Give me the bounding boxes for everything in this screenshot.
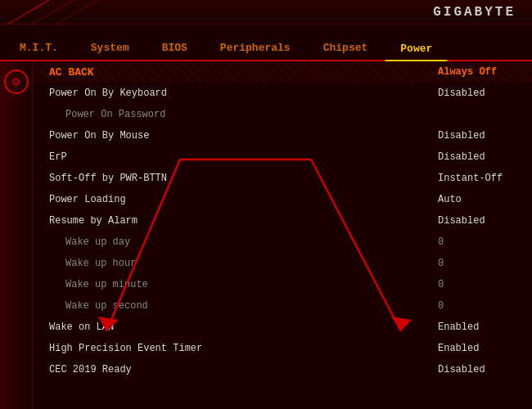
settings-row[interactable]: Wake up second0 bbox=[33, 295, 532, 317]
setting-value: Disabled bbox=[438, 130, 520, 142]
setting-value: Disabled bbox=[438, 215, 520, 227]
nav-bar: M.I.T. System BIOS Peripherals Chipset P… bbox=[0, 25, 532, 61]
settings-row[interactable]: CEC 2019 ReadyDisabled bbox=[33, 359, 532, 380]
gear-icon: ⚙ bbox=[4, 70, 29, 94]
setting-name: Wake up day bbox=[49, 236, 130, 248]
setting-name: High Precision Event Timer bbox=[49, 343, 202, 354]
tab-chipset[interactable]: Chipset bbox=[308, 36, 384, 60]
setting-value: 0 bbox=[438, 279, 520, 290]
setting-value: Disabled bbox=[438, 88, 520, 99]
tab-bios[interactable]: BIOS bbox=[147, 36, 203, 60]
tab-system[interactable]: System bbox=[75, 36, 145, 60]
settings-row[interactable]: Power On By MouseDisabled bbox=[33, 125, 532, 146]
setting-name: Wake up minute bbox=[49, 279, 148, 290]
setting-name: Power On Password bbox=[49, 109, 165, 120]
settings-row[interactable]: Resume by AlarmDisabled bbox=[33, 210, 532, 231]
settings-row[interactable]: AC BACKAlways Off bbox=[33, 61, 532, 83]
setting-value: Enabled bbox=[438, 343, 520, 354]
tab-power[interactable]: Power bbox=[385, 37, 448, 61]
setting-name: Power On By Mouse bbox=[49, 130, 149, 142]
setting-value: Auto bbox=[438, 194, 520, 205]
settings-row[interactable]: Wake on LANEnabled bbox=[33, 317, 532, 338]
settings-table: AC BACKAlways OffPower On By KeyboardDis… bbox=[33, 61, 532, 380]
setting-value: 0 bbox=[438, 236, 520, 248]
setting-value: 0 bbox=[438, 300, 520, 312]
setting-name: ErP bbox=[49, 151, 67, 163]
setting-value: Always Off bbox=[438, 66, 520, 78]
settings-row[interactable]: Power On By KeyboardDisabled bbox=[33, 83, 532, 104]
setting-name: AC BACK bbox=[49, 66, 94, 79]
setting-name: Power Loading bbox=[49, 194, 126, 205]
settings-row[interactable]: Soft-Off by PWR-BTTNInstant-Off bbox=[33, 168, 532, 189]
setting-name: Resume by Alarm bbox=[49, 215, 138, 227]
settings-row[interactable]: Wake up minute0 bbox=[33, 274, 532, 295]
setting-name: Wake on LAN bbox=[49, 321, 114, 333]
setting-name: Wake up second bbox=[49, 300, 148, 312]
setting-name: Soft-Off by PWR-BTTN bbox=[49, 173, 167, 184]
setting-value: Disabled bbox=[438, 364, 520, 375]
tab-mit[interactable]: M.I.T. bbox=[4, 36, 74, 60]
settings-panel: AC BACKAlways OffPower On By KeyboardDis… bbox=[33, 61, 532, 409]
sidebar: ⚙ bbox=[0, 61, 33, 409]
settings-row[interactable]: Power LoadingAuto bbox=[33, 189, 532, 210]
setting-name: CEC 2019 Ready bbox=[49, 364, 132, 375]
setting-name: Wake up hour bbox=[49, 258, 136, 269]
settings-row[interactable]: Wake up day0 bbox=[33, 231, 532, 253]
settings-row[interactable]: Power On Password bbox=[33, 104, 532, 125]
settings-row[interactable]: High Precision Event TimerEnabled bbox=[33, 338, 532, 359]
settings-row[interactable]: Wake up hour0 bbox=[33, 253, 532, 274]
settings-row[interactable]: ErPDisabled bbox=[33, 146, 532, 168]
setting-name: Power On By Keyboard bbox=[49, 88, 167, 99]
setting-value: Enabled bbox=[438, 321, 520, 333]
setting-value: Disabled bbox=[438, 151, 520, 163]
header: GIGABYTE bbox=[0, 0, 532, 25]
setting-value: 0 bbox=[438, 258, 520, 269]
tab-peripherals[interactable]: Peripherals bbox=[205, 36, 306, 60]
setting-value: Instant-Off bbox=[438, 173, 520, 184]
brand-logo: GIGABYTE bbox=[433, 5, 516, 20]
